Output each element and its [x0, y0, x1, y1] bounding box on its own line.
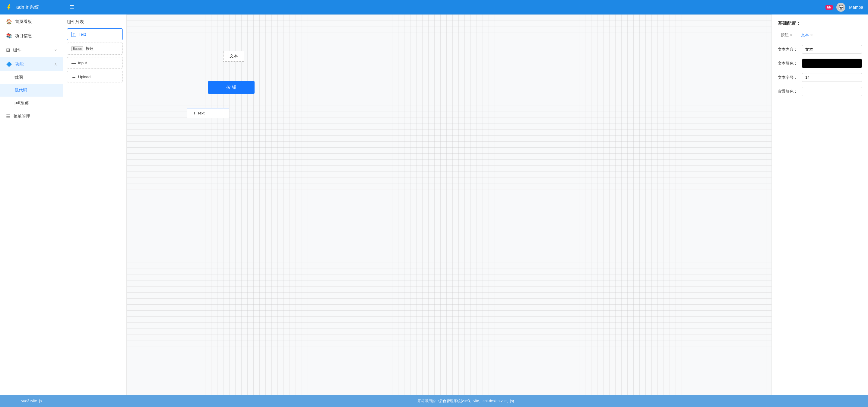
config-row-bg-color: 背景颜色：	[778, 87, 862, 96]
sidebar-sub-item-pdf[interactable]: pdf预览	[0, 97, 63, 109]
canvas-text-top[interactable]: 文本	[223, 51, 244, 62]
sidebar-label-screenshot: 截图	[14, 75, 57, 80]
config-row-text-size: 文本字号：	[778, 73, 862, 82]
component-item-text[interactable]: T Text	[67, 28, 123, 40]
components-arrow-icon: ∨	[54, 48, 57, 52]
footer: vue3+vite+js 开箱即用的中后台管理系统(vue3、vite、ant-…	[0, 395, 868, 407]
footer-left-text: vue3+vite+js	[22, 399, 42, 403]
content-area: 组件列表 T Text Button 按钮 ▬ Input ☁ Upload 文…	[63, 14, 868, 395]
sidebar-item-project[interactable]: 📚 项目信息	[0, 29, 63, 43]
logo-icon	[5, 3, 13, 11]
sidebar-label-lowcode: 低代码	[14, 88, 57, 93]
component-item-input[interactable]: ▬ Input	[67, 57, 123, 68]
sidebar-label-menu-mgmt: 菜单管理	[13, 114, 57, 119]
canvas-area[interactable]: 文本 按 钮 T Text	[127, 14, 772, 395]
avatar[interactable]: 🐼	[836, 3, 845, 12]
sidebar: 🏠 首页看板 📚 项目信息 ⊞ 组件 ∨ 🔷 功能 ∧ 截图 低代码 pdf预览	[0, 14, 63, 395]
config-row-text-color: 文本颜色：	[778, 59, 862, 68]
header-left: admin系统	[5, 3, 39, 11]
canvas-button-content: 按 钮	[226, 85, 237, 90]
sidebar-item-home[interactable]: 🏠 首页看板	[0, 14, 63, 29]
components-icon: ⊞	[6, 47, 10, 53]
canvas-button[interactable]: 按 钮	[208, 81, 254, 94]
sidebar-label-home: 首页看板	[15, 19, 57, 25]
home-icon: 🏠	[6, 19, 12, 25]
component-label-upload: Upload	[78, 75, 91, 79]
header-right: EN 🐼 Mamba	[826, 3, 863, 12]
upload-type-icon: ☁	[71, 74, 76, 79]
sidebar-item-menu-mgmt[interactable]: ☰ 菜单管理	[0, 109, 63, 123]
config-panel-title: 基础配置：	[778, 21, 862, 26]
user-name: Mamba	[849, 5, 863, 10]
sidebar-label-features: 功能	[15, 62, 51, 67]
config-tab-button-close[interactable]: ✕	[790, 33, 793, 37]
project-icon: 📚	[6, 33, 12, 39]
canvas-text-top-content: 文本	[229, 53, 238, 58]
config-tabs: 按钮 ✕ 文本 ✕	[778, 31, 862, 39]
sidebar-sub-item-screenshot[interactable]: 截图	[0, 71, 63, 84]
config-tab-text-label: 文本	[801, 32, 809, 38]
component-panel: 组件列表 T Text Button 按钮 ▬ Input ☁ Upload	[63, 14, 127, 395]
panel-title: 组件列表	[67, 19, 123, 25]
text-type-icon: T	[71, 32, 76, 37]
avatar-icon: 🐼	[838, 5, 843, 10]
sidebar-label-components: 组件	[13, 48, 51, 53]
config-label-text-color: 文本颜色：	[778, 61, 799, 66]
sidebar-label-pdf: pdf预览	[14, 100, 57, 106]
canvas-text-bottom[interactable]: T Text	[187, 108, 229, 118]
features-icon: 🔷	[6, 61, 12, 67]
menu-toggle-icon[interactable]: ☰	[69, 4, 74, 10]
component-item-upload[interactable]: ☁ Upload	[67, 71, 123, 82]
config-tab-text[interactable]: 文本 ✕	[798, 31, 816, 39]
config-label-bg-color: 背景颜色：	[778, 89, 799, 94]
sidebar-sub-item-lowcode[interactable]: 低代码	[0, 84, 63, 97]
header: admin系统 ☰ EN 🐼 Mamba	[0, 0, 868, 14]
svg-marker-0	[7, 4, 11, 10]
color-picker-text-color[interactable]	[802, 59, 862, 68]
menu-mgmt-icon: ☰	[6, 114, 10, 119]
hamburger-area[interactable]: ☰	[69, 4, 74, 10]
config-tab-button-label: 按钮	[781, 32, 789, 38]
canvas-text-bottom-content: Text	[197, 111, 205, 115]
sidebar-item-components[interactable]: ⊞ 组件 ∨	[0, 43, 63, 57]
features-arrow-icon: ∧	[54, 62, 57, 66]
input-type-icon: ▬	[71, 60, 76, 65]
config-label-text-content: 文本内容：	[778, 47, 799, 52]
component-label-input: Input	[78, 61, 87, 65]
color-picker-bg-color[interactable]	[802, 87, 862, 96]
component-item-button[interactable]: Button 按钮	[67, 42, 123, 55]
component-label-text: Text	[79, 32, 86, 36]
component-label-button: 按钮	[86, 46, 93, 51]
sidebar-label-project: 项目信息	[15, 33, 57, 39]
config-label-text-size: 文本字号：	[778, 75, 799, 80]
main-layout: 🏠 首页看板 📚 项目信息 ⊞ 组件 ∨ 🔷 功能 ∧ 截图 低代码 pdf预览	[0, 14, 868, 395]
lang-badge[interactable]: EN	[826, 5, 833, 10]
config-input-text-size[interactable]	[802, 73, 862, 82]
config-tab-text-close[interactable]: ✕	[810, 33, 813, 37]
footer-right-text: 开箱即用的中后台管理系统(vue3、vite、ant-design-vue、js…	[417, 399, 514, 403]
footer-right: 开箱即用的中后台管理系统(vue3、vite、ant-design-vue、js…	[63, 399, 868, 404]
footer-left: vue3+vite+js	[0, 399, 63, 403]
app-title: admin系统	[16, 4, 39, 10]
config-tab-button[interactable]: 按钮 ✕	[778, 31, 796, 39]
sidebar-item-features[interactable]: 🔷 功能 ∧	[0, 57, 63, 71]
text-type-icon-small: T	[193, 111, 195, 115]
button-type-icon: Button	[71, 47, 83, 51]
config-panel: 基础配置： 按钮 ✕ 文本 ✕ 文本内容： 文本颜色：	[772, 14, 868, 395]
config-row-text-content: 文本内容：	[778, 45, 862, 54]
config-input-text-content[interactable]	[802, 45, 862, 54]
